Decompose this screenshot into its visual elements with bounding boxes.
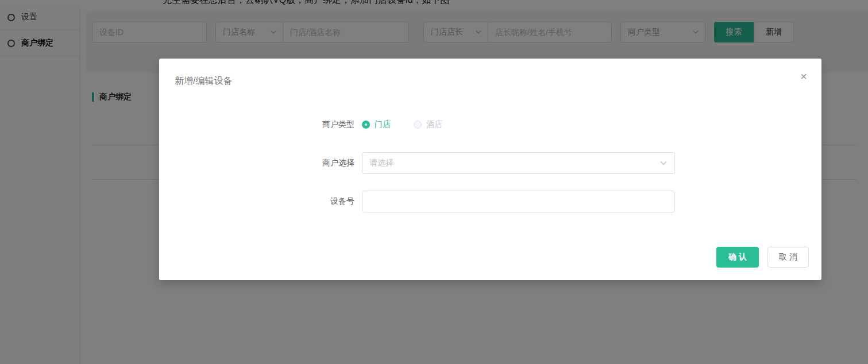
device-number-input[interactable] xyxy=(362,191,675,212)
merchant-type-row: 商户类型 门店 酒店 xyxy=(159,118,442,131)
cancel-button[interactable]: 取 消 xyxy=(767,247,809,268)
close-icon: × xyxy=(800,70,807,83)
radio-store[interactable]: 门店 xyxy=(362,119,391,130)
chevron-down-icon xyxy=(659,159,668,167)
app-root: 先生需要在总后台，云喇叭VQ版，商户绑定，添加门店设备id，如下图 设置 商户绑… xyxy=(0,0,868,364)
merchant-select-label: 商户选择 xyxy=(159,158,362,168)
radio-hotel-label: 酒店 xyxy=(426,119,442,130)
radio-hotel[interactable]: 酒店 xyxy=(414,119,442,130)
add-edit-device-modal: 新增/编辑设备 × 商户类型 门店 酒店 商户选择 请选择 设备号 xyxy=(159,59,821,280)
merchant-select-row: 商户选择 请选择 xyxy=(159,152,675,174)
device-number-label: 设备号 xyxy=(159,196,362,207)
radio-unselected-icon xyxy=(414,121,422,129)
radio-store-label: 门店 xyxy=(375,119,391,130)
modal-close-button[interactable]: × xyxy=(796,69,811,84)
modal-title: 新增/编辑设备 xyxy=(175,75,232,87)
merchant-select[interactable]: 请选择 xyxy=(362,152,675,174)
confirm-button[interactable]: 确 认 xyxy=(716,247,759,268)
radio-selected-icon xyxy=(362,121,370,129)
merchant-select-placeholder: 请选择 xyxy=(369,158,394,168)
merchant-type-label: 商户类型 xyxy=(159,119,362,130)
device-number-row: 设备号 xyxy=(159,191,675,212)
